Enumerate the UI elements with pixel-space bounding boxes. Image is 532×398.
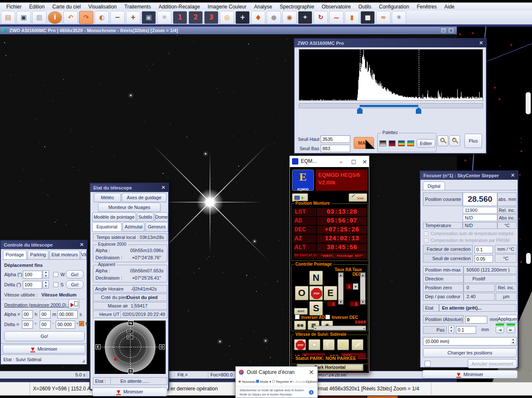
toolbar-undo-icon[interactable]: ↶ bbox=[63, 11, 78, 24]
nouveau-button[interactable]: ✚ Nouveau bbox=[238, 378, 256, 386]
correction-factor-input[interactable] bbox=[475, 246, 493, 253]
focuser-titlebar[interactable]: Focuser (n°1) : SkyCenter Stepper × bbox=[420, 171, 518, 180]
north-checkbox[interactable]: ✓ bbox=[79, 321, 84, 326]
menu-fichier[interactable]: Fichier bbox=[3, 4, 25, 10]
toolbar-print-icon[interactable]: ▥ bbox=[32, 11, 46, 24]
menu-carte-du-ciel[interactable]: Carte du ciel bbox=[49, 4, 85, 10]
tab-pointage[interactable]: Pointage bbox=[3, 250, 27, 260]
delta-m-input[interactable] bbox=[40, 321, 51, 329]
close-icon[interactable]: × bbox=[160, 184, 166, 191]
minimize-panel-button[interactable]: ▼Minimiser bbox=[92, 387, 167, 396]
guide-rate-scrollbar[interactable]: ◄► bbox=[314, 326, 366, 330]
toolbar-plot-icon[interactable]: ≈ bbox=[376, 11, 390, 24]
histogram-titlebar[interactable]: ZWO ASI1600MC Pro × bbox=[295, 39, 486, 47]
delta-s-input[interactable] bbox=[56, 321, 75, 329]
toolbar-filter-icon[interactable]: ■ bbox=[360, 11, 375, 24]
solar-rate-button[interactable]: ☀ bbox=[337, 339, 349, 350]
maximize-icon[interactable]: □ bbox=[349, 157, 358, 166]
zoom-in-histogram-button[interactable]: + bbox=[449, 135, 460, 146]
dec-rate-slider[interactable]: ▲▼ bbox=[360, 272, 366, 305]
close-icon[interactable]: × bbox=[448, 27, 454, 33]
delta-step-input[interactable] bbox=[23, 281, 42, 289]
tab-etat-moteurs[interactable]: Etat moteurs bbox=[49, 250, 80, 260]
close-icon[interactable]: × bbox=[360, 157, 369, 166]
eqmod-titlebar[interactable]: EQM... – □ × bbox=[290, 156, 369, 167]
delta-stepper[interactable]: ▲▼ bbox=[43, 280, 49, 288]
toolbar-contrast-icon[interactable]: ◐ bbox=[95, 11, 109, 24]
slew-south-button[interactable]: S bbox=[309, 301, 323, 316]
toolbar-curve-icon[interactable]: ~ bbox=[329, 11, 344, 24]
menu-spectrographie[interactable]: Spectrographie bbox=[276, 4, 318, 10]
rate-dropdown-button[interactable]: ▼ bbox=[353, 283, 358, 290]
slew-west-button[interactable]: O bbox=[295, 286, 308, 300]
image-window-titlebar[interactable]: ZWO ASI1600MC Pro | 4656x3520 - Monochro… bbox=[0, 27, 457, 34]
cancel-move-button[interactable]: Annuler mouvement bbox=[468, 359, 517, 368]
menu-observatoire[interactable]: Observatoire bbox=[318, 4, 355, 10]
minimize-icon[interactable]: – bbox=[336, 157, 346, 166]
tab-meteo[interactable]: Météo bbox=[94, 193, 121, 202]
ra-rate-slider[interactable]: ▲▼ bbox=[338, 272, 344, 305]
menu-analyse[interactable]: Analyse bbox=[250, 4, 276, 10]
tab-parking[interactable]: Parking bbox=[27, 250, 49, 260]
tab-dome[interactable]: Dome bbox=[155, 212, 168, 222]
palette-heat[interactable] bbox=[389, 140, 396, 146]
telescope-state-titlebar[interactable]: Etat du télescope × bbox=[90, 184, 168, 192]
menu-edition[interactable]: Edition bbox=[25, 4, 49, 10]
alpha-m-input[interactable] bbox=[40, 310, 51, 318]
reporter-button[interactable]: Reporter ▾ bbox=[272, 378, 292, 386]
goto-button[interactable]: Go! bbox=[4, 331, 85, 341]
toolbar-zoom-in-icon[interactable]: + bbox=[126, 11, 140, 24]
toolbar-gears-icon[interactable]: ✳ bbox=[392, 11, 406, 24]
menu-imagerie-couleur[interactable]: Imagerie Couleur bbox=[204, 4, 250, 10]
high-threshold-handle[interactable] bbox=[416, 107, 421, 114]
low-threshold-handle[interactable] bbox=[357, 107, 363, 114]
menu-visualisation[interactable]: Visualisation bbox=[85, 4, 120, 10]
minimize-panel-button[interactable]: ▼Minimiser bbox=[3, 345, 85, 354]
absolute-position-input[interactable] bbox=[465, 316, 487, 324]
zoom-out-histogram-button[interactable] bbox=[437, 135, 448, 146]
goto-alpha-button[interactable]: Go! bbox=[66, 270, 84, 279]
ablett-button[interactable]: ablett bbox=[294, 308, 308, 315]
alpha-west-checkbox[interactable] bbox=[53, 272, 58, 277]
seuil-bas-input[interactable] bbox=[321, 145, 350, 152]
tab-subtils[interactable]: Subtils bbox=[137, 212, 154, 222]
tab-axes-guidage[interactable]: Axes de guidage bbox=[122, 193, 166, 202]
tab-moniteur-nuages[interactable]: Moniteur de Nuages bbox=[98, 203, 161, 212]
toolbar-display-icon[interactable]: ▣ bbox=[142, 11, 156, 24]
slew-north-button[interactable]: N bbox=[309, 271, 323, 285]
setup-button[interactable]: >>> bbox=[349, 193, 367, 202]
close-icon[interactable]: × bbox=[308, 367, 314, 378]
add-display-button[interactable]: + bbox=[292, 193, 308, 202]
tab-azimutal[interactable]: Azimutal bbox=[123, 222, 145, 232]
plus-button[interactable]: Plus bbox=[464, 134, 482, 148]
tab-vitesses[interactable]: Vit bbox=[81, 250, 87, 260]
focuser-checkbox[interactable] bbox=[425, 361, 431, 367]
tab-modele-pointage[interactable]: Modèle de pointage bbox=[92, 212, 136, 222]
toolbar-tool-icon[interactable]: ◉ bbox=[282, 11, 297, 24]
correction-threshold-input[interactable] bbox=[475, 255, 493, 263]
snipping-tool-titlebar[interactable]: Outil Capture d'écran × bbox=[236, 367, 317, 378]
slew-east-button[interactable]: E bbox=[324, 286, 337, 300]
toolbar-flame-icon[interactable]: ♦ bbox=[251, 11, 265, 24]
toolbar-gear-icon[interactable]: ✳ bbox=[157, 11, 172, 24]
alpha-s-input[interactable] bbox=[57, 310, 78, 318]
palette-rainbow[interactable] bbox=[398, 140, 405, 146]
alpha-step-input[interactable] bbox=[23, 271, 42, 279]
toolbar-save-icon[interactable]: ▣ bbox=[16, 11, 31, 24]
toolbar-info-icon[interactable]: i bbox=[48, 11, 62, 24]
delta-south-checkbox[interactable] bbox=[53, 282, 58, 287]
stop-tracking-button[interactable]: STOP bbox=[294, 339, 306, 350]
change-positions-button[interactable]: Changer les positions bbox=[423, 348, 517, 357]
goto-delta-button[interactable]: Go! bbox=[66, 280, 84, 289]
temp-comp-prism-checkbox[interactable] bbox=[424, 238, 428, 243]
toolbar-starmap-icon[interactable]: ✦ bbox=[298, 11, 312, 24]
threshold-range-bar[interactable] bbox=[360, 105, 418, 107]
mode-button[interactable]: Mode ▾ bbox=[256, 378, 271, 386]
move-in-button[interactable]: ◄ bbox=[496, 327, 504, 333]
temp-comp-integrated-checkbox[interactable] bbox=[424, 231, 428, 236]
scrollbar-thumb[interactable] bbox=[526, 253, 531, 264]
scrollbar-thumb[interactable] bbox=[526, 92, 531, 114]
lunar-rate-button[interactable]: ☾ bbox=[323, 339, 335, 350]
close-icon[interactable]: × bbox=[478, 40, 484, 46]
position-presets-dropdown[interactable]: (0.000 mm) ▲▼ bbox=[423, 337, 517, 346]
